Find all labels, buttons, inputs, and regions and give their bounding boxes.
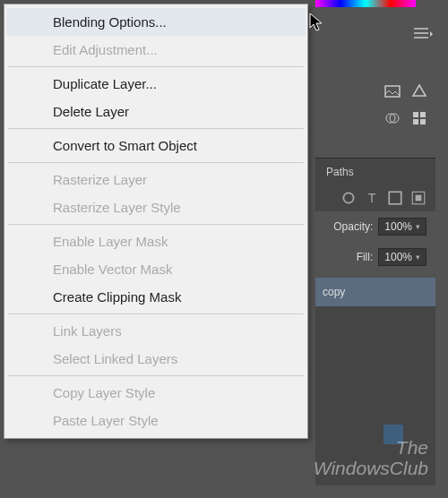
svg-rect-5 [413, 119, 418, 124]
menu-item-duplicate-layer[interactable]: Duplicate Layer... [6, 70, 306, 98]
opacity-value[interactable]: 100%▾ [378, 218, 426, 236]
layers-toolbar: T [315, 185, 435, 211]
grid-icon[interactable] [410, 109, 428, 127]
svg-rect-10 [416, 195, 422, 202]
type-icon[interactable]: T [364, 190, 380, 206]
chevron-down-icon: ▾ [416, 222, 420, 231]
svg-rect-4 [420, 112, 426, 117]
panel-menu-row [402, 23, 434, 43]
fill-control: Fill: 100%▾ [315, 242, 435, 272]
overlap-icon[interactable] [383, 109, 401, 127]
menu-item-delete-layer[interactable]: Delete Layer [6, 98, 306, 125]
menu-item-copy-layer-style: Copy Layer Style [6, 379, 306, 407]
menu-item-rasterize-layer: Rasterize Layer [6, 166, 306, 193]
layer-name: copy [323, 286, 345, 298]
image-icon[interactable] [383, 82, 401, 100]
menu-item-rasterize-layer-style: Rasterize Layer Style [6, 193, 306, 221]
svg-rect-6 [420, 119, 426, 124]
menu-item-blending-options[interactable]: Blending Options... [6, 8, 306, 36]
panel-menu-icon[interactable] [412, 26, 434, 40]
svg-rect-8 [389, 192, 401, 204]
menu-item-link-layers: Link Layers [6, 317, 306, 345]
svg-rect-3 [413, 112, 418, 117]
watermark-text: The WindowsClub [314, 437, 428, 478]
panel-icon-row-1 [383, 82, 428, 100]
menu-separator [8, 224, 304, 225]
menu-item-edit-adjustment: Edit Adjustment... [6, 36, 306, 64]
filter-pixels-icon[interactable] [340, 190, 357, 206]
menu-item-enable-layer-mask: Enable Layer Mask [6, 228, 306, 255]
cursor-pointer-icon [309, 13, 325, 32]
fill-label: Fill: [357, 251, 374, 263]
layers-panel-area: Paths T Opacity: 100%▾ Fill: 100%▾ copy [310, 0, 443, 498]
opacity-control: Opacity: 100%▾ [315, 211, 435, 242]
menu-separator [8, 162, 304, 163]
menu-item-select-linked-layers: Select Linked Layers [6, 345, 306, 373]
menu-separator [8, 375, 304, 376]
opacity-label: Opacity: [333, 220, 373, 233]
tab-paths[interactable]: Paths [319, 162, 361, 182]
smart-object-icon[interactable] [410, 190, 426, 206]
menu-item-convert-to-smart-object[interactable]: Convert to Smart Object [6, 132, 306, 159]
menu-item-paste-layer-style: Paste Layer Style [6, 407, 306, 434]
panel-icon-row-2 [383, 109, 428, 127]
menu-separator [8, 313, 304, 314]
menu-item-enable-vector-mask: Enable Vector Mask [6, 255, 306, 283]
color-spectrum-strip[interactable] [315, 0, 416, 7]
menu-separator [8, 66, 304, 67]
fill-value[interactable]: 100%▾ [378, 248, 426, 266]
filter-icon[interactable] [410, 82, 428, 100]
menu-separator [8, 128, 304, 129]
layer-context-menu: Blending Options...Edit Adjustment...Dup… [4, 4, 308, 439]
menu-item-create-clipping-mask[interactable]: Create Clipping Mask [6, 283, 306, 311]
shape-icon[interactable] [387, 190, 403, 206]
layer-item[interactable]: copy [315, 278, 435, 306]
svg-point-7 [343, 193, 353, 202]
chevron-down-icon: ▾ [416, 253, 420, 262]
panel-tabs: Paths [315, 158, 435, 185]
